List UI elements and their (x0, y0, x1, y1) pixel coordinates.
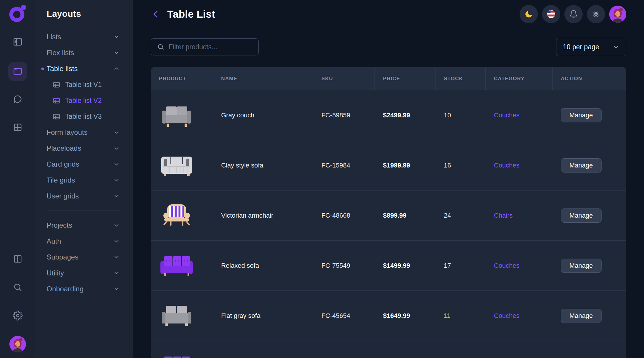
sidebar-title: Layouts (47, 9, 120, 19)
sidebar-nav-item[interactable]: Lists (47, 29, 120, 45)
product-stock: 16 (436, 162, 486, 169)
sidebar-nav-item[interactable]: Flex lists (47, 45, 120, 61)
product-sku: FC-48668 (313, 212, 375, 219)
table-row: Relaxed sofa FC-75549 $1499.99 17 Couche… (151, 241, 626, 291)
moon-icon[interactable] (520, 5, 538, 23)
category-link[interactable]: Couches (494, 111, 520, 119)
chevron-down-icon (113, 161, 120, 167)
column-header-stock: STOCK (436, 67, 486, 90)
sidebar-nav-item[interactable]: Subpages (47, 249, 120, 265)
product-price: $1999.99 (375, 162, 436, 169)
column-header-action: ACTION (553, 67, 626, 90)
manage-button[interactable]: Manage (561, 158, 602, 173)
header-actions (520, 5, 626, 23)
chevron-down-icon (113, 193, 120, 199)
nav-item-label: Projects (47, 221, 113, 229)
bell-icon[interactable] (564, 5, 583, 23)
manage-button[interactable]: Manage (561, 108, 602, 122)
sidebar-nav-item[interactable]: Onboarding (47, 281, 120, 297)
sidebar-toggle-icon[interactable] (8, 32, 27, 51)
chat-icon[interactable] (8, 90, 27, 109)
product-image (159, 203, 194, 228)
category-link[interactable]: Chairs (494, 212, 513, 219)
nav-item-label: Subpages (47, 253, 113, 261)
product-image (159, 103, 194, 128)
sidebar-nav-item[interactable]: Placeloads (47, 140, 120, 156)
sidebar-nav-item[interactable]: Projects (47, 217, 120, 233)
product-stock: 11 (436, 312, 486, 320)
product-image (159, 253, 194, 278)
rail-user-avatar[interactable] (9, 336, 26, 352)
column-header-product: PRODUCT (151, 67, 213, 90)
per-page-select[interactable]: 10 per page (556, 38, 626, 56)
table-header-row: PRODUCT NAME SKU PRICE STOCK CATEGORY AC… (151, 67, 626, 90)
nav-divider (47, 211, 120, 211)
app-logo[interactable] (8, 4, 27, 23)
search-icon[interactable] (8, 278, 27, 297)
product-stock: 10 (436, 111, 486, 119)
header-user-avatar[interactable] (609, 6, 626, 23)
nav-item-label: Placeloads (47, 144, 113, 152)
settings-gear-icon[interactable] (8, 306, 27, 325)
products-table: PRODUCT NAME SKU PRICE STOCK CATEGORY AC… (151, 67, 626, 358)
page-header: Table List (151, 0, 626, 28)
manage-button[interactable]: Manage (561, 259, 602, 273)
chevron-down-icon (113, 238, 120, 244)
category-link[interactable]: Couches (494, 162, 520, 169)
column-header-sku: SKU (313, 67, 375, 90)
product-name: Relaxed sofa (213, 262, 313, 270)
icon-rail (0, 0, 35, 358)
sidebar-nav-item[interactable]: Card grids (47, 156, 120, 172)
nav-item-label: Lists (47, 33, 113, 41)
product-name: Victorian armchair (213, 212, 313, 219)
category-link[interactable]: Couches (494, 312, 520, 319)
product-name: Gray couch (213, 111, 313, 119)
avatar-illustration (9, 336, 26, 352)
chevron-down-icon (113, 129, 120, 136)
product-stock: 24 (436, 212, 486, 219)
chevron-down-icon (612, 43, 620, 50)
nav-item-label: Table list V1 (65, 81, 120, 89)
grid-icon[interactable] (8, 118, 27, 137)
manage-button[interactable]: Manage (561, 208, 602, 223)
sidebar-nav-item[interactable]: Table list V3 (47, 109, 120, 124)
logo-ring-icon (8, 4, 27, 23)
sidebar-nav-item[interactable]: Auth (47, 233, 120, 249)
product-sku: FC-59859 (313, 111, 375, 119)
product-name: Clay style sofa (213, 162, 313, 169)
sidebar-nav-item[interactable]: Utility (47, 265, 120, 281)
sidebar-nav-item[interactable]: Table list V1 (47, 77, 120, 93)
active-bullet-dot (41, 68, 44, 70)
table-row: Gray couch FC-59859 $2499.99 10 Couches … (151, 90, 626, 140)
layouts-window-icon[interactable] (8, 62, 27, 81)
search-icon (157, 43, 165, 51)
nav-item-label: User grids (47, 192, 113, 200)
sidebar-nav-item[interactable]: Tile grids (47, 172, 120, 188)
filter-products-input[interactable] (169, 43, 252, 51)
nav-item-label: Card grids (47, 160, 113, 168)
sidebar-nav-item[interactable]: User grids (47, 188, 120, 204)
apps-icon[interactable] (587, 5, 605, 23)
table-row: Flat gray sofa FC-45654 $1649.99 11 Couc… (151, 291, 626, 341)
product-price: $899.99 (375, 212, 436, 219)
avatar-illustration (609, 6, 626, 23)
back-chevron-icon[interactable] (151, 9, 161, 19)
nav-group-pages: Projects Auth Subpages Utility (47, 217, 120, 297)
nav-item-label: Utility (47, 269, 113, 277)
columns-icon[interactable] (8, 249, 27, 268)
layouts-sidebar: Layouts Lists Flex lists Table lists (35, 0, 133, 358)
column-header-category: CATEGORY (486, 67, 553, 90)
us-flag-icon[interactable] (542, 5, 560, 23)
manage-button[interactable]: Manage (561, 309, 602, 323)
nav-item-label: Auth (47, 237, 113, 245)
chevron-down-icon (113, 254, 120, 260)
sidebar-nav-item[interactable]: Form layouts (47, 124, 120, 140)
nav-group-layouts: Lists Flex lists Table lists (47, 29, 120, 204)
sidebar-nav-item[interactable]: Table list V2 (47, 93, 120, 109)
chevron-down-icon (113, 50, 120, 56)
nav-item-label: Onboarding (47, 285, 113, 293)
chevron-up-icon (113, 65, 120, 72)
sidebar-nav-item[interactable]: Table lists (47, 61, 120, 77)
product-stock: 17 (436, 262, 486, 270)
category-link[interactable]: Couches (494, 262, 520, 269)
